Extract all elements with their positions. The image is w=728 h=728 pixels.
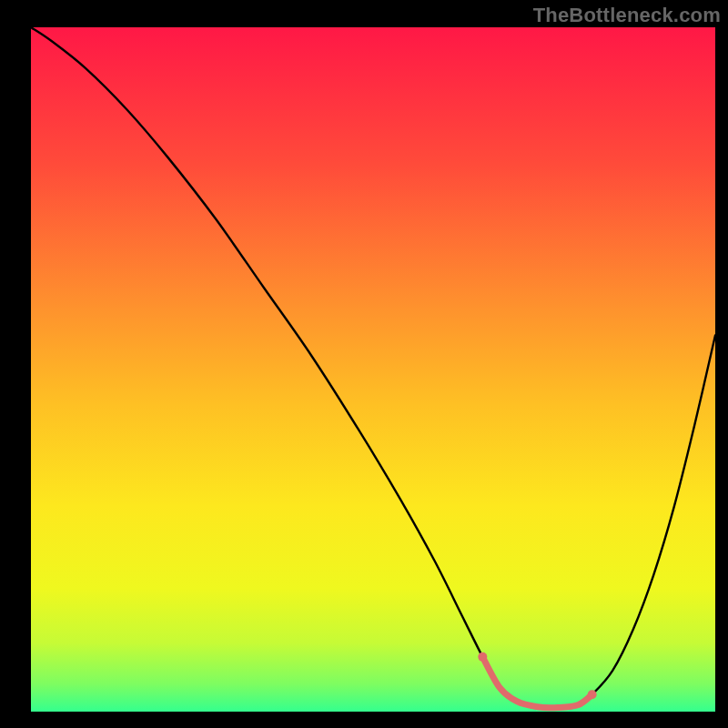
gradient-background [31, 27, 715, 712]
watermark-text: TheBottleneck.com [533, 4, 721, 27]
plot-area [31, 27, 715, 712]
chart-container: TheBottleneck.com [0, 0, 728, 728]
highlight-endpoint [478, 652, 487, 662]
chart-svg [31, 27, 715, 712]
highlight-endpoint [588, 690, 597, 699]
